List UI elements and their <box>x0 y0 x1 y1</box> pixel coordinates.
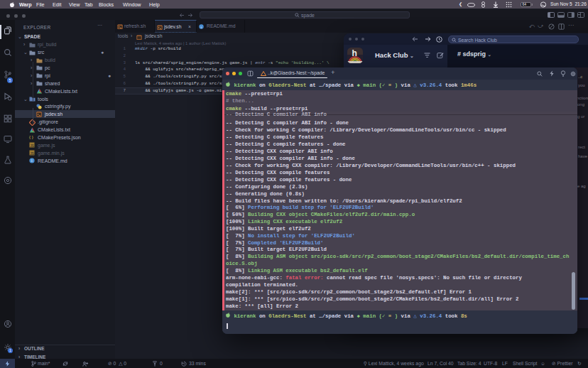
svg-text:JS: JS <box>31 152 34 156</box>
svg-text:64: 64 <box>523 2 527 6</box>
svg-text:JS: JS <box>31 144 34 148</box>
